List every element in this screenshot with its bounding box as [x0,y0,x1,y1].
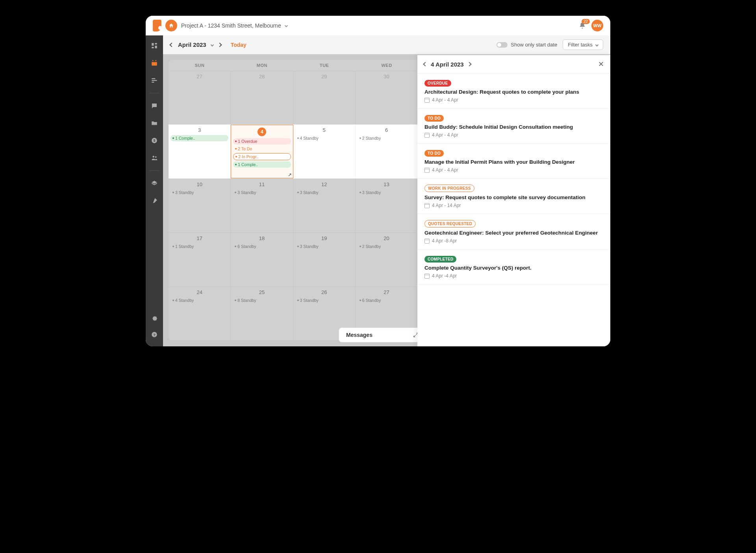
task-pill[interactable]: 1 Standby [170,243,228,250]
sidebar-item-chat[interactable] [150,101,159,111]
task-pill[interactable]: 2 In Progr.. [233,153,291,160]
calendar-cell[interactable]: 29 [293,71,356,125]
sidebar-item-help[interactable]: ? [150,330,159,339]
avatar[interactable]: WW [591,20,603,31]
task-pill[interactable]: 3 Standby [233,189,291,196]
calendar-cell[interactable]: 30 [356,71,418,125]
calendar-small-icon [424,133,430,138]
day-of-week-header: MON [231,60,293,71]
calendar-cell[interactable]: 13 3 Standby [356,179,418,233]
date-text: 4 Apr -4 Apr [432,273,457,279]
task-pill[interactable]: 6 Standby [358,297,415,303]
today-button[interactable]: Today [231,42,246,48]
task-pill[interactable]: 6 Standby [233,243,291,250]
day-number-selected: 4 [258,128,266,136]
svg-rect-6 [153,60,154,61]
svg-rect-0 [152,43,154,46]
task-title: Manage the Initial Permit Plans with you… [424,159,603,165]
calendar-cell[interactable]: 17 1 Standby [169,233,231,287]
day-of-week-header: WED [356,60,418,71]
task-date-range: 4 Apr - 4 Apr [424,132,603,138]
date-text: 4 Apr - 4 Apr [432,132,458,138]
task-pill[interactable]: 1 Comple.. [170,135,228,141]
calendar-cell[interactable]: 18 6 Standby [231,233,293,287]
calendar-cell[interactable]: 6 2 Standby [356,125,418,178]
filter-label: Filter tasks [568,42,593,48]
calendar-cell[interactable]: 10 3 Standby [169,179,231,233]
show-start-toggle[interactable]: Show only start date [497,42,557,48]
day-number: 26 [295,289,353,295]
task-item[interactable]: TO DOManage the Initial Permit Plans wit… [417,144,610,179]
help-icon: ? [151,331,158,338]
month-label[interactable]: April 2023 [178,41,206,48]
toggle-switch[interactable] [497,42,508,48]
task-title: Geotechnical Engineer: Select your prefe… [424,230,603,236]
svg-point-14 [155,156,157,158]
sidebar-item-layers[interactable] [150,179,159,188]
task-date-range: 4 Apr -8 Apr [424,238,603,244]
task-pill[interactable]: 2 Standby [358,243,415,250]
task-title: Build Buddy: Schedule Initial Design Con… [424,124,603,130]
task-pill[interactable]: 2 Standby [358,135,415,141]
sidebar-item-timeline[interactable] [150,76,159,85]
task-pill[interactable]: 1 Comple.. [233,161,291,168]
calendar-cell[interactable]: 11 3 Standby [231,179,293,233]
notifications-button[interactable]: 22 [579,22,586,29]
next-month-button[interactable] [217,43,222,47]
calendar-cell[interactable]: 25 8 Standby [231,287,293,341]
calendar-cell[interactable]: 20 2 Standby [356,233,418,287]
task-item[interactable]: OVERDUEArchitectural Design: Request quo… [417,74,610,109]
sidebar-item-dashboard[interactable] [150,41,159,50]
chevron-down-icon[interactable] [284,24,287,27]
prev-month-button[interactable] [169,43,174,47]
sidebar-item-files[interactable] [150,118,159,128]
task-item[interactable]: QUOTES REQUESTEDGeotechnical Engineer: S… [417,214,610,250]
task-pill[interactable]: 3 Standby [358,189,415,196]
task-pill[interactable]: 2 To Do [233,146,291,152]
calendar-cell[interactable]: 24 4 Standby [169,287,231,341]
svg-rect-5 [152,61,157,62]
sidebar-item-paint[interactable] [150,196,159,205]
sidebar-item-settings[interactable] [150,313,159,323]
day-number: 5 [295,127,353,133]
task-date-range: 4 Apr - 4 Apr [424,167,603,173]
month-nav [170,43,173,46]
prev-day-button[interactable] [423,62,427,66]
sidebar-item-finance[interactable]: $ [150,136,159,145]
task-pill[interactable]: 3 Standby [170,189,228,196]
folder-icon [151,120,158,127]
calendar-cell[interactable]: 28 [231,71,293,125]
task-pill[interactable]: 3 Standby [295,297,353,303]
calendar-cell[interactable]: 12 3 Standby [293,179,356,233]
calendar-cell[interactable]: 27 [169,71,231,125]
project-title[interactable]: Project A - 1234 Smith Street, Melbourne [181,22,281,29]
month-dropdown-icon[interactable] [210,43,213,46]
day-of-week-header: SUN [169,60,231,71]
calendar-cell[interactable]: 19 3 Standby [293,233,356,287]
day-number: 24 [170,289,228,295]
home-button[interactable] [165,20,177,31]
task-pill[interactable]: 4 Standby [295,135,353,141]
sidebar-item-calendar[interactable] [150,58,159,68]
calendar-cell-selected[interactable]: 4 1 Overdue 2 To Do 2 In Progr.. 1 Compl… [231,125,293,178]
task-pill[interactable]: 1 Overdue [233,138,291,144]
calendar-cell[interactable]: 3 1 Comple.. [169,125,231,178]
close-panel-button[interactable]: ✕ [598,60,604,68]
task-date-range: 4 Apr - 14 Apr [424,203,603,208]
task-pill[interactable]: 3 Standby [295,243,353,250]
task-pill[interactable]: 8 Standby [233,297,291,303]
filter-tasks-button[interactable]: Filter tasks [563,39,603,50]
task-item[interactable]: WORK IN PROGRESSSurvey: Request quotes t… [417,179,610,214]
chevron-down-icon [595,43,598,46]
team-icon [151,154,158,161]
task-pill[interactable]: 3 Standby [295,189,353,196]
task-item[interactable]: COMPLETEDComplete Quantity Surveyor's (Q… [417,250,610,285]
sidebar-item-team[interactable] [150,153,159,163]
calendar-small-icon [424,239,430,244]
calendar-cell[interactable]: 5 4 Standby [293,125,356,178]
task-item[interactable]: TO DOBuild Buddy: Schedule Initial Desig… [417,109,610,144]
next-day-button[interactable] [467,62,471,66]
app-window: Project A - 1234 Smith Street, Melbourne… [146,16,610,346]
notification-badge: 22 [582,19,590,24]
task-pill[interactable]: 4 Standby [170,297,228,303]
